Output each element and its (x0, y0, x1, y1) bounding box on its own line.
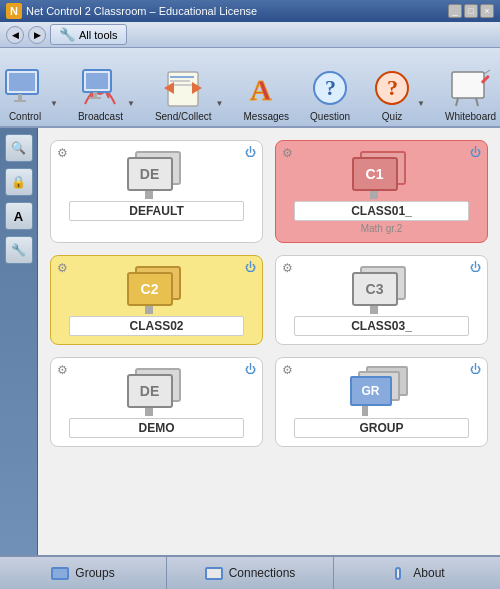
svg-line-22 (456, 98, 458, 106)
svg-rect-7 (93, 92, 97, 97)
messages-icon: A A (245, 67, 287, 109)
quiz-icon: ? (371, 67, 413, 109)
all-tools-button[interactable]: 🔧 All tools (50, 24, 127, 45)
status-bar: Groups Connections About (0, 555, 500, 589)
svg-text:?: ? (325, 75, 336, 100)
monitor-front-default: DE (127, 157, 173, 191)
group-name-group: GROUP (294, 418, 470, 438)
svg-rect-11 (170, 80, 190, 82)
svg-line-23 (476, 98, 478, 106)
sidebar: 🔍 🔒 A 🔧 (0, 128, 38, 555)
tab-groups[interactable]: Groups (0, 557, 167, 589)
mm-stand (362, 406, 368, 416)
svg-rect-21 (452, 72, 484, 98)
svg-rect-10 (170, 76, 194, 78)
power-icon-class01[interactable]: ⏻ (470, 146, 481, 160)
close-button[interactable]: × (480, 4, 494, 18)
monitor-stand-class02 (145, 306, 153, 314)
tab-about[interactable]: About (334, 557, 500, 589)
question-icon: ? (309, 67, 351, 109)
tab-connections[interactable]: Connections (167, 557, 334, 589)
control-arrow[interactable]: ▼ (50, 99, 58, 108)
whiteboard-icon (450, 67, 492, 109)
send-collect-arrow[interactable]: ▼ (216, 99, 224, 108)
about-tab-icon (389, 566, 407, 580)
settings-icon-default[interactable]: ⚙ (57, 146, 68, 160)
svg-rect-1 (9, 73, 35, 91)
nav-forward-button[interactable]: ▶ (28, 26, 46, 44)
svg-text:?: ? (387, 75, 398, 100)
settings-icon-class03[interactable]: ⚙ (282, 261, 293, 275)
group-card-group[interactable]: ⚙ ⏻ GR GROUP (275, 357, 488, 447)
settings-icon-class01[interactable]: ⚙ (282, 146, 293, 160)
main-area: 🔍 🔒 A 🔧 ⚙ ⏻ DE DEFAULT (0, 128, 500, 555)
group-name-default: DEFAULT (69, 201, 245, 221)
settings-icon-class02[interactable]: ⚙ (57, 261, 68, 275)
broadcast-icon (79, 67, 121, 109)
tool-send-collect[interactable]: Send/Collect (155, 67, 212, 122)
send-collect-label: Send/Collect (155, 111, 212, 122)
svg-rect-2 (18, 94, 22, 100)
svg-text:A: A (250, 73, 272, 106)
monitor-stand-class03 (370, 306, 378, 314)
power-icon-demo[interactable]: ⏻ (245, 363, 256, 377)
nav-back-button[interactable]: ◀ (6, 26, 24, 44)
svg-rect-6 (86, 73, 108, 89)
broadcast-arrow[interactable]: ▼ (127, 99, 135, 108)
group-card-class03[interactable]: ⚙ ⏻ C3 CLASS03_ (275, 255, 488, 345)
monitor-front-class03: C3 (352, 272, 398, 306)
control-label: Control (9, 111, 41, 122)
connections-tab-icon (205, 566, 223, 580)
quiz-arrow[interactable]: ▼ (417, 99, 425, 108)
icon-toolbar: Control ▼ Broadcast ▼ (0, 48, 500, 128)
group-card-default[interactable]: ⚙ ⏻ DE DEFAULT (50, 140, 263, 243)
power-icon-default[interactable]: ⏻ (245, 146, 256, 160)
monitor-front-class02: C2 (127, 272, 173, 306)
monitor-icon-class01: C1 (350, 149, 414, 199)
window-controls: _ □ × (448, 4, 494, 18)
monitor-icon-demo: DE (125, 366, 189, 416)
minimize-button[interactable]: _ (448, 4, 462, 18)
monitor-front-class01: C1 (352, 157, 398, 191)
tool-control[interactable]: Control (4, 67, 46, 122)
tab-about-label: About (413, 566, 444, 580)
monitor-icon-default: DE (125, 149, 189, 199)
monitor-icon-class03: C3 (350, 264, 414, 314)
broadcast-label: Broadcast (78, 111, 123, 122)
groups-grid: ⚙ ⏻ DE DEFAULT ⚙ ⏻ C1 (50, 140, 488, 447)
group-name-demo: DEMO (69, 418, 245, 438)
power-icon-group[interactable]: ⏻ (470, 363, 481, 377)
power-icon-class02[interactable]: ⏻ (245, 261, 256, 275)
mm-front: GR (350, 376, 392, 406)
sidebar-text-button[interactable]: A (5, 202, 33, 230)
tool-broadcast[interactable]: Broadcast (78, 67, 123, 122)
app-icon: N (6, 3, 22, 19)
sidebar-search-button[interactable]: 🔍 (5, 134, 33, 162)
settings-icon-demo[interactable]: ⚙ (57, 363, 68, 377)
all-tools-label: All tools (79, 29, 118, 41)
group-subtitle-class01: Math gr.2 (361, 223, 403, 234)
tool-question[interactable]: ? Question (309, 67, 351, 122)
group-card-demo[interactable]: ⚙ ⏻ DE DEMO (50, 357, 263, 447)
group-card-class01[interactable]: ⚙ ⏻ C1 CLASS01_ Math gr.2 (275, 140, 488, 243)
control-icon (4, 67, 46, 109)
settings-icon-group[interactable]: ⚙ (282, 363, 293, 377)
groups-content: ⚙ ⏻ DE DEFAULT ⚙ ⏻ C1 (38, 128, 500, 555)
maximize-button[interactable]: □ (464, 4, 478, 18)
send-collect-icon (162, 67, 204, 109)
tab-connections-label: Connections (229, 566, 296, 580)
sidebar-lock-button[interactable]: 🔒 (5, 168, 33, 196)
group-name-class01: CLASS01_ (294, 201, 470, 221)
monitor-front-demo: DE (127, 374, 173, 408)
tool-whiteboard[interactable]: Whiteboard (445, 67, 496, 122)
monitor-stand-default (145, 191, 153, 199)
monitor-icon-class02: C2 (125, 264, 189, 314)
group-card-class02[interactable]: ⚙ ⏻ C2 CLASS02 (50, 255, 263, 345)
power-icon-class03[interactable]: ⏻ (470, 261, 481, 275)
tool-messages[interactable]: A A Messages (244, 67, 290, 122)
sidebar-tools-button[interactable]: 🔧 (5, 236, 33, 264)
svg-rect-3 (14, 100, 26, 102)
tool-quiz[interactable]: ? Quiz (371, 67, 413, 122)
group-name-class03: CLASS03_ (294, 316, 470, 336)
navigation-toolbar: ◀ ▶ 🔧 All tools (0, 22, 500, 48)
